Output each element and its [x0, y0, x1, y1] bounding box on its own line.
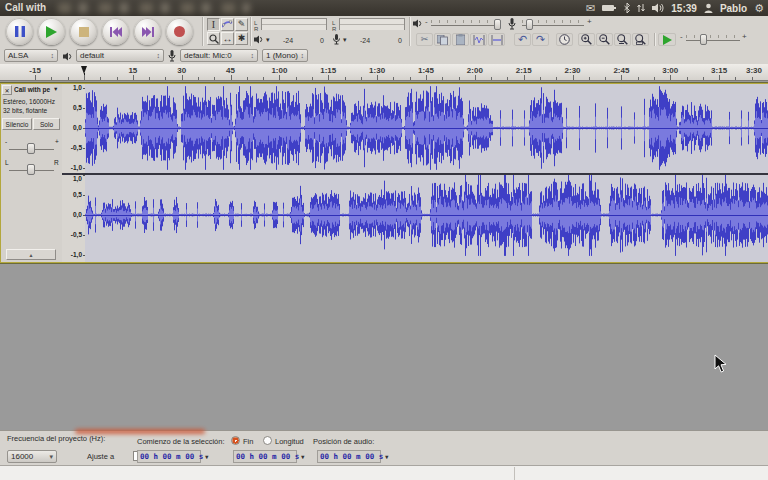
vruler-label: -1,0: [71, 165, 82, 172]
timeline-label: 3:00: [662, 66, 678, 75]
playback-device-select[interactable]: default ↕: [76, 49, 164, 62]
skip-start-button[interactable]: [102, 18, 129, 45]
timeline-tick: [133, 75, 134, 80]
timeline-tick: [361, 77, 362, 80]
waveform-channel-1[interactable]: [85, 84, 768, 173]
timeline-tick: [556, 77, 557, 80]
output-volume-min-label: -: [425, 17, 428, 26]
timeline-label: 2:30: [565, 66, 581, 75]
vruler-label: 0,5: [73, 192, 82, 199]
collapse-icon: ▲: [29, 252, 34, 258]
system-tray: ✉ 15:39 Pablo ⚙: [586, 0, 764, 16]
skip-end-button[interactable]: [134, 18, 161, 45]
bluetooth-icon[interactable]: [624, 3, 630, 13]
recording-meter[interactable]: [339, 18, 405, 30]
session-gear-icon[interactable]: ⚙: [754, 3, 764, 14]
vruler-label: 0,5: [73, 105, 82, 112]
draw-tool[interactable]: ✎: [235, 18, 248, 31]
close-icon: ✕: [4, 87, 9, 94]
volume-icon[interactable]: [652, 3, 664, 13]
track-name[interactable]: Call with pe: [14, 87, 52, 94]
selection-end-field[interactable]: 00 h 00 m 00 s ▾: [233, 450, 297, 463]
channels-select[interactable]: 1 (Mono) ↕: [262, 49, 308, 62]
track-menu-button[interactable]: ▼: [53, 87, 58, 93]
timeline-label: 30: [177, 66, 186, 75]
play-button[interactable]: [38, 18, 65, 45]
output-volume-slider-thumb[interactable]: [494, 19, 501, 30]
skip-end-icon: [142, 27, 154, 37]
speed-slider-max-label: +: [742, 32, 747, 41]
multi-tool[interactable]: ✱: [235, 32, 248, 45]
timeline-tick: [165, 77, 166, 80]
track-mute-button[interactable]: Silencio: [2, 118, 32, 130]
mute-label: Silencio: [6, 121, 29, 128]
track-collapse-button[interactable]: ▲: [6, 249, 56, 260]
redo-button[interactable]: ↷: [532, 33, 549, 46]
project-rate-select[interactable]: 16000 ▾: [7, 450, 57, 463]
solo-label: Solo: [40, 121, 53, 128]
copy-button[interactable]: [434, 33, 451, 46]
timeline-label: 3:15: [711, 66, 727, 75]
pause-button[interactable]: [6, 18, 33, 45]
sync-lock-button[interactable]: [556, 33, 573, 46]
paste-icon: [456, 34, 465, 45]
length-radio[interactable]: [263, 436, 272, 445]
playback-speed-slider-thumb[interactable]: [700, 34, 707, 45]
silence-button[interactable]: [488, 33, 505, 46]
recording-meter-dropdown-icon[interactable]: ▾: [343, 36, 347, 43]
audio-position-field[interactable]: 00 h 00 m 00 s ▾: [317, 450, 381, 463]
vertical-ruler-channel-2[interactable]: 1,00,50,0-0,5-1,0: [62, 175, 86, 262]
stop-button[interactable]: [70, 18, 97, 45]
selection-start-field[interactable]: 00 h 00 m 00 s ▾: [137, 450, 201, 463]
end-radio[interactable]: [231, 436, 240, 445]
timeline-tick: [491, 77, 492, 80]
playback-meter-speaker-icon[interactable]: [254, 35, 264, 44]
zoom-fit-button[interactable]: [632, 33, 649, 46]
track-solo-button[interactable]: Solo: [33, 118, 60, 130]
timeline-ruler[interactable]: -151530451:001:151:301:452:002:152:302:4…: [0, 64, 768, 81]
timeline-tick: [377, 75, 378, 80]
timeshift-tool-icon: ↔: [223, 34, 233, 44]
zoom-selection-button[interactable]: [614, 33, 631, 46]
playback-meter-dropdown-icon[interactable]: ▾: [266, 36, 270, 43]
playback-speed-slider[interactable]: [686, 40, 740, 41]
selection-tool-icon: I: [212, 20, 215, 30]
playback-meter[interactable]: [261, 18, 327, 30]
pan-slider-thumb[interactable]: [27, 164, 35, 175]
username-text[interactable]: Pablo: [720, 3, 747, 14]
snap-to-label: Ajuste a: [87, 452, 114, 461]
gain-slider-thumb[interactable]: [27, 143, 35, 154]
envelope-tool[interactable]: [221, 18, 234, 31]
output-volume-slider[interactable]: [431, 25, 499, 26]
clock-text[interactable]: 15:39: [671, 3, 697, 14]
undo-button[interactable]: ↶: [514, 33, 531, 46]
timeline-tick: [638, 77, 639, 80]
zoom-in-button[interactable]: [578, 33, 595, 46]
paste-button[interactable]: [452, 33, 469, 46]
trim-button[interactable]: [470, 33, 487, 46]
timeline-label: 1:30: [369, 66, 385, 75]
zoom-out-button[interactable]: [596, 33, 613, 46]
mail-icon[interactable]: ✉: [586, 3, 595, 14]
timeline-label: 45: [226, 66, 235, 75]
zoom-tool[interactable]: [207, 32, 220, 45]
timeshift-tool[interactable]: ↔: [221, 32, 234, 45]
waveform-channel-2[interactable]: [85, 175, 768, 262]
timeline-tick: [117, 77, 118, 80]
network-arrows-icon[interactable]: [637, 3, 645, 13]
play-at-speed-button[interactable]: [658, 33, 676, 46]
track-close-button[interactable]: ✕: [2, 85, 12, 95]
recording-meter-mic-icon[interactable]: [333, 34, 340, 45]
host-select[interactable]: ALSA ↕: [4, 49, 58, 62]
recording-device-select[interactable]: default: Mic:0 ↕: [180, 49, 258, 62]
user-icon[interactable]: [704, 3, 713, 13]
timeline-label: 1:00: [271, 66, 287, 75]
vertical-ruler-channel-1[interactable]: 1,00,50,0-0,5-1,0: [62, 84, 86, 173]
timeline-tick: [540, 77, 541, 80]
record-button[interactable]: [166, 18, 193, 45]
cut-button[interactable]: ✂: [416, 33, 433, 46]
input-volume-slider-thumb[interactable]: [526, 19, 533, 30]
selection-tool[interactable]: I: [207, 18, 220, 31]
end-radio-label: Fin: [243, 437, 253, 446]
battery-icon[interactable]: [602, 4, 617, 12]
